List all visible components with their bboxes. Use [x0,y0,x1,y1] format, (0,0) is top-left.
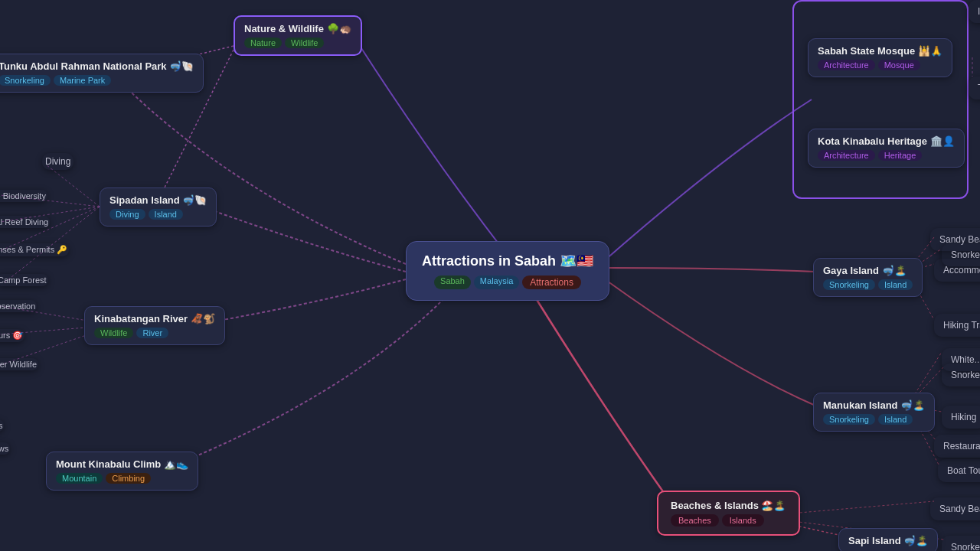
tunku-node[interactable]: Tunku Abdul Rahman National Park 🤿🐚 Snor… [0,54,204,93]
beaches-islands-node[interactable]: Beaches & Islands 🏖️🏝️ Beaches Islands [657,491,800,536]
center-tag-sabah[interactable]: Sabah [434,276,471,289]
sipadan-tag-diving[interactable]: Diving [109,209,145,220]
nature-node[interactable]: Nature & Wildlife 🌳🦔 Nature Wildlife [234,15,362,56]
center-node[interactable]: Attractions in Sabah 🗺️🇲🇾 Sabah Malaysia… [406,241,609,301]
tra-node: Tra... [969,77,980,99]
kinabatangan-title: Kinabatangan River 🦧🐒 [94,313,215,324]
sapi-island-node[interactable]: Sapi Island 🤿🏝️ [838,528,938,551]
manukan-title: Manukan Island 🤿🏝️ [823,399,925,411]
nature-tag-wildlife[interactable]: Wildlife [285,37,324,48]
restaurant-node: Restaura... [934,435,980,458]
coral-node: Coral Reef Diving [0,216,50,228]
gaya-tag-snorkeling[interactable]: Snorkeling [823,279,875,290]
mount-tag-mountain[interactable]: Mountain [56,473,103,484]
mosque-title: Sabah State Mosque 🕌🙏 [818,45,942,57]
tunku-tag-marinepark[interactable]: Marine Park [54,75,111,86]
mindmap-canvas: Attractions in Sabah 🗺️🇲🇾 Sabah Malaysia… [0,0,980,551]
hiking-2-node: Hiking [942,406,980,429]
snorkeling-2-node: Snorkeling [942,364,980,386]
mosque-tag-architecture[interactable]: Architecture [818,60,875,70]
beaches-tag-beaches[interactable]: Beaches [671,514,719,527]
manukan-island-node[interactable]: Manukan Island 🤿🏝️ Snorkeling Island [813,393,935,432]
mount-title: Mount Kinabalu Climb 🏔️👟 [56,458,188,470]
mosque-node[interactable]: Sabah State Mosque 🕌🙏 Architecture Mosqu… [808,38,952,77]
center-tag-malaysia[interactable]: Malaysia [474,276,519,289]
kinabatangan-tag-wildlife[interactable]: Wildlife [94,328,133,338]
mount-tag-climbing[interactable]: Climbing [106,473,151,484]
heritage-node[interactable]: Kota Kinabalu Heritage 🏛️👤 Architecture … [808,129,965,168]
gaya-island-node[interactable]: Gaya Island 🤿🏝️ Snorkeling Island [813,258,923,297]
center-title: Attractions in Sabah 🗺️🇲🇾 [422,253,593,269]
camp-node: Camp Forest [0,274,48,286]
center-tag-attractions[interactable]: Attractions [522,276,581,289]
svg-line-2 [46,165,100,207]
sipadan-tag-island[interactable]: Island [149,209,183,220]
sandy-beach-2-node: Sandy Bea... [930,497,980,520]
accommodation-node: Accommod... [934,259,980,282]
manukan-tag-snorkeling[interactable]: Snorkeling [823,414,875,425]
top-right-cluster [792,0,969,199]
kinabatangan-node[interactable]: Kinabatangan River 🦧🐒 Wildlife River [84,306,225,345]
tunku-title: Tunku Abdul Rahman National Park 🤿🐚 [0,60,194,72]
gaya-tag-island[interactable]: Island [878,279,913,290]
snorkeling-3-node: Snorkeling [942,536,980,551]
views-node: Views [0,442,10,455]
boat-tours-node: Boat Tours [938,459,980,482]
other-wildlife-node: Other Wildlife [0,358,38,370]
sapi-title: Sapi Island 🤿🏝️ [848,535,928,546]
gaya-title: Gaya Island 🤿🏝️ [823,265,913,276]
diving-node: Diving [42,153,74,170]
tunku-tag-snorkeling[interactable]: Snorkeling [0,75,51,86]
sipadan-title: Sipadan Island 🤿🐚 [109,194,207,206]
beaches-title: Beaches & Islands 🏖️🏝️ [671,500,786,511]
is-top-node: Is... [969,0,980,23]
bat-tours-node: Bat Tours 🎯 [0,329,24,342]
mount-kinabalu-node[interactable]: Mount Kinabalu Climb 🏔️👟 Mountain Climbi… [46,452,198,491]
kinabatangan-tag-river[interactable]: River [136,328,168,338]
permits-node: Licenses & Permits 🔑 [0,243,69,256]
marine-bio-node: Marine Biodiversity [0,190,47,202]
trails-node: Trails [0,419,4,432]
heritage-tag-heritage[interactable]: Heritage [878,150,923,161]
nature-tag-nature[interactable]: Nature [244,37,282,48]
observation-node: Observation [0,300,37,312]
beaches-tag-islands[interactable]: Islands [722,514,764,527]
nature-title: Nature & Wildlife 🌳🦔 [244,23,351,34]
hiking-trails-node: Hiking Tra... [934,314,980,337]
manukan-tag-island[interactable]: Island [878,414,913,425]
sipadan-node[interactable]: Sipadan Island 🤿🐚 Diving Island [100,187,217,227]
mosque-tag-mosque[interactable]: Mosque [878,60,920,70]
heritage-title: Kota Kinabalu Heritage 🏛️👤 [818,135,955,147]
heritage-tag-architecture[interactable]: Architecture [818,150,875,161]
